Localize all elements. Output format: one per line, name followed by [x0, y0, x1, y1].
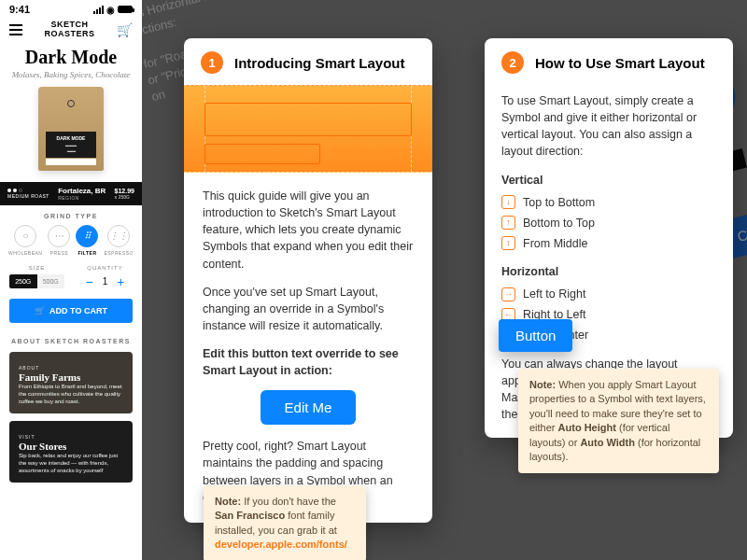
dir-left-right-icon: →	[501, 287, 515, 301]
card-paragraph: Once you've set up Smart Layout, changin…	[203, 284, 414, 334]
roast-level-label: MEDIUM ROAST	[7, 193, 49, 199]
signal-icon	[93, 6, 104, 14]
card-title: Introducing Smart Layout	[234, 55, 405, 71]
card-paragraph: To use Smart Layout, simply create a Sym…	[501, 92, 716, 161]
size-250[interactable]: 250G	[9, 274, 37, 288]
note-auto-height-width: Note: When you apply Smart Layout proper…	[518, 369, 719, 473]
menu-icon[interactable]	[9, 24, 22, 35]
vertical-direction-list: ↓Top to Bottom ↑Bottom to Top ↕From Midd…	[501, 192, 716, 254]
battery-icon	[118, 6, 133, 13]
grind-type-row: ○WHOLEBEAN ⋯PRESS ⠿FILTER ⋮⋮ESPRESSO	[0, 225, 142, 261]
bg-text: on	[150, 87, 167, 104]
card-paragraph-bold: Edit this button text override to see Sm…	[203, 345, 414, 379]
phone-mockup: 9:41 ◉ SKETCHROASTERS 🛒 Dark Mode Molase…	[0, 0, 142, 560]
step-badge: 1	[201, 51, 223, 74]
story-eyebrow: ABOUT	[19, 365, 123, 371]
nav-bar: SKETCHROASTERS 🛒	[0, 17, 142, 47]
product-meta-band: MEDIUM ROAST Fortaleza, BR REGION $12.99…	[0, 182, 142, 205]
price-value: $12.99	[115, 188, 134, 194]
story-body: From Ethiopia to Brazil and beyond, meet…	[19, 384, 123, 405]
dir-from-middle-icon: ↕	[501, 236, 515, 250]
price-block: $12.99 x 250G	[115, 188, 134, 200]
story-card-stores[interactable]: VISIT Our Stores Sip back, relax and enj…	[9, 421, 133, 483]
qty-plus[interactable]: +	[117, 274, 124, 289]
cart-icon: 🛒	[35, 306, 45, 315]
story-eyebrow: VISIT	[19, 434, 123, 440]
smart-layout-illustration	[184, 85, 432, 173]
dir-label: Top to Bottom	[523, 194, 595, 211]
card-title: How to Use Smart Layout	[535, 55, 705, 71]
dir-top-bottom-icon: ↓	[501, 195, 515, 209]
size-500[interactable]: 500G	[37, 274, 65, 288]
status-time: 9:41	[9, 4, 30, 15]
add-to-cart-button[interactable]: 🛒 ADD TO CART	[9, 299, 133, 323]
note-label: Note:	[215, 496, 241, 507]
add-to-cart-label: ADD TO CART	[49, 306, 107, 315]
brand-logo: SKETCHROASTERS	[44, 21, 94, 39]
status-bar: 9:41 ◉	[0, 0, 142, 17]
qty-minus[interactable]: −	[86, 274, 93, 289]
price-per: x 250G	[115, 194, 134, 200]
about-header: ABOUT SKETCH ROASTERS	[0, 329, 142, 352]
note-san-francisco-font: Note: If you don't have the San Francisc…	[204, 485, 366, 560]
quantity-column: QUANTITY − 1 +	[78, 265, 133, 289]
horizontal-header: Horizontal	[501, 263, 716, 280]
grind-type-header: GRIND TYPE	[0, 205, 142, 225]
cart-icon[interactable]: 🛒	[117, 22, 133, 37]
grind-filter[interactable]: ⠿FILTER	[76, 225, 98, 256]
tutorial-card-1: 1 Introducing Smart Layout This quick gu…	[184, 38, 432, 523]
dir-label: Bottom to Top	[523, 215, 595, 231]
qty-value: 1	[103, 276, 108, 287]
product-subtitle: Molases, Baking Spices, Chocolate	[11, 70, 131, 79]
grind-press[interactable]: ⋯PRESS	[48, 225, 70, 256]
font-download-link[interactable]: developer.apple.com/fonts/	[215, 539, 347, 550]
quantity-header: QUANTITY	[78, 265, 133, 271]
story-card-farms[interactable]: ABOUT Family Farms From Ethiopia to Braz…	[9, 352, 133, 413]
note-label: Note:	[529, 379, 556, 390]
size-column: SIZE 250G 500G	[9, 265, 64, 289]
dir-bottom-top-icon: ↑	[501, 216, 515, 230]
roast-level-dots	[7, 189, 49, 192]
dir-label: From Middle	[523, 235, 587, 252]
bg-text: es Horizontal L	[130, 0, 212, 21]
region-block: Fortaleza, BR REGION	[58, 187, 106, 201]
step-badge: 2	[501, 51, 524, 74]
wifi-icon: ◉	[106, 5, 115, 15]
edit-me-button[interactable]: Edit Me	[261, 390, 357, 425]
product-title: Dark Mode	[11, 47, 131, 68]
product-hero: Dark Mode Molases, Baking Spices, Chocol…	[0, 47, 142, 182]
vertical-header: Vertical	[501, 172, 716, 189]
story-title: Family Farms	[19, 371, 123, 383]
story-title: Our Stores	[19, 441, 123, 452]
card-paragraph: This quick guide will give you an introd…	[203, 188, 414, 273]
region-label: REGION	[58, 195, 106, 201]
sample-button-symbol[interactable]: Button	[499, 319, 572, 352]
grind-espresso[interactable]: ⋮⋮ESPRESSO	[104, 225, 134, 256]
size-header: SIZE	[9, 265, 64, 271]
product-bag-image: DARK MODE━━━━━━━	[38, 87, 104, 171]
dir-label: Left to Right	[523, 286, 585, 302]
region-city: Fortaleza, BR	[58, 187, 106, 195]
story-body: Sip back, relax and enjoy our coffee jus…	[19, 453, 123, 474]
grind-wholebean[interactable]: ○WHOLEBEAN	[8, 225, 42, 256]
